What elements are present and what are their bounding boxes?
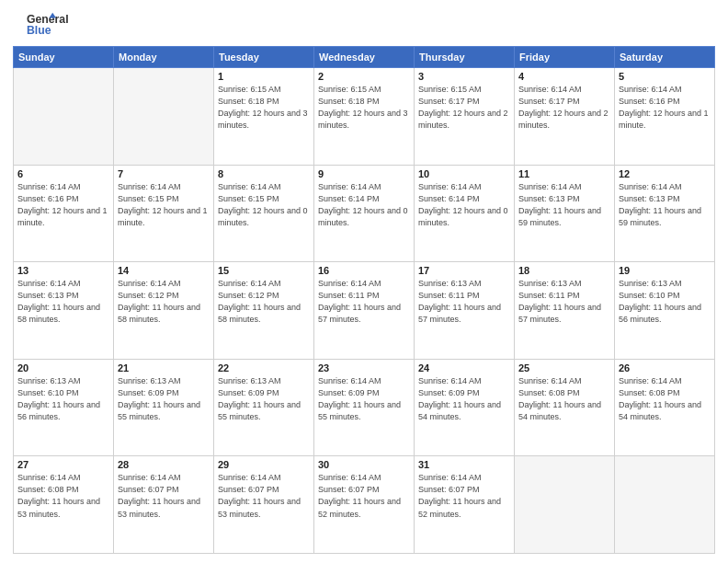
day-info: Sunrise: 6:14 AM Sunset: 6:17 PM Dayligh… [518, 84, 610, 132]
day-info: Sunrise: 6:13 AM Sunset: 6:10 PM Dayligh… [619, 278, 711, 326]
day-number: 11 [518, 168, 610, 179]
logo-icon: General Blue [13, 9, 68, 40]
day-number: 17 [418, 265, 510, 276]
day-info: Sunrise: 6:15 AM Sunset: 6:18 PM Dayligh… [318, 84, 410, 132]
day-info: Sunrise: 6:15 AM Sunset: 6:18 PM Dayligh… [218, 84, 310, 132]
day-info: Sunrise: 6:14 AM Sunset: 6:07 PM Dayligh… [418, 472, 510, 520]
day-number: 10 [418, 168, 510, 179]
day-info: Sunrise: 6:14 AM Sunset: 6:07 PM Dayligh… [318, 472, 410, 520]
header: General Blue [13, 9, 715, 40]
day-number: 14 [118, 265, 210, 276]
day-info: Sunrise: 6:14 AM Sunset: 6:09 PM Dayligh… [418, 375, 510, 423]
day-info: Sunrise: 6:15 AM Sunset: 6:17 PM Dayligh… [418, 84, 510, 132]
calendar-cell [114, 68, 214, 166]
calendar-cell: 5Sunrise: 6:14 AM Sunset: 6:16 PM Daylig… [615, 68, 715, 166]
calendar-cell: 2Sunrise: 6:15 AM Sunset: 6:18 PM Daylig… [314, 68, 415, 166]
day-number: 21 [118, 362, 210, 373]
calendar-cell: 26Sunrise: 6:14 AM Sunset: 6:08 PM Dayli… [615, 359, 715, 456]
day-number: 28 [118, 459, 210, 470]
calendar-cell: 11Sunrise: 6:14 AM Sunset: 6:13 PM Dayli… [515, 165, 615, 262]
calendar-cell: 12Sunrise: 6:14 AM Sunset: 6:13 PM Dayli… [615, 165, 715, 262]
day-number: 5 [619, 71, 711, 82]
day-info: Sunrise: 6:13 AM Sunset: 6:10 PM Dayligh… [17, 375, 109, 423]
week-row-5: 27Sunrise: 6:14 AM Sunset: 6:08 PM Dayli… [14, 456, 715, 554]
day-info: Sunrise: 6:13 AM Sunset: 6:11 PM Dayligh… [418, 278, 510, 326]
day-info: Sunrise: 6:14 AM Sunset: 6:16 PM Dayligh… [17, 181, 109, 229]
calendar-cell: 6Sunrise: 6:14 AM Sunset: 6:16 PM Daylig… [14, 165, 114, 262]
day-number: 30 [318, 459, 410, 470]
day-info: Sunrise: 6:14 AM Sunset: 6:11 PM Dayligh… [318, 278, 410, 326]
calendar-cell: 18Sunrise: 6:13 AM Sunset: 6:11 PM Dayli… [515, 262, 615, 360]
day-number: 13 [17, 265, 109, 276]
day-number: 31 [418, 459, 510, 470]
calendar-cell: 25Sunrise: 6:14 AM Sunset: 6:08 PM Dayli… [515, 359, 615, 456]
calendar-cell: 14Sunrise: 6:14 AM Sunset: 6:12 PM Dayli… [114, 262, 214, 360]
calendar-cell: 15Sunrise: 6:14 AM Sunset: 6:12 PM Dayli… [214, 262, 314, 360]
week-row-2: 6Sunrise: 6:14 AM Sunset: 6:16 PM Daylig… [14, 165, 715, 262]
calendar-cell: 23Sunrise: 6:14 AM Sunset: 6:09 PM Dayli… [314, 359, 415, 456]
day-info: Sunrise: 6:14 AM Sunset: 6:13 PM Dayligh… [17, 278, 109, 326]
calendar-cell: 22Sunrise: 6:13 AM Sunset: 6:09 PM Dayli… [214, 359, 314, 456]
day-info: Sunrise: 6:14 AM Sunset: 6:08 PM Dayligh… [17, 472, 109, 520]
calendar-cell [515, 456, 615, 554]
day-number: 20 [17, 362, 109, 373]
day-number: 24 [418, 362, 510, 373]
calendar-cell: 21Sunrise: 6:13 AM Sunset: 6:09 PM Dayli… [114, 359, 214, 456]
day-number: 9 [318, 168, 410, 179]
calendar-cell: 7Sunrise: 6:14 AM Sunset: 6:15 PM Daylig… [114, 165, 214, 262]
day-number: 26 [619, 362, 711, 373]
calendar-cell: 16Sunrise: 6:14 AM Sunset: 6:11 PM Dayli… [314, 262, 415, 360]
calendar-cell: 10Sunrise: 6:14 AM Sunset: 6:14 PM Dayli… [415, 165, 515, 262]
calendar-cell: 29Sunrise: 6:14 AM Sunset: 6:07 PM Dayli… [214, 456, 314, 554]
day-info: Sunrise: 6:13 AM Sunset: 6:11 PM Dayligh… [518, 278, 610, 326]
day-info: Sunrise: 6:14 AM Sunset: 6:16 PM Dayligh… [619, 84, 711, 132]
calendar-cell: 13Sunrise: 6:14 AM Sunset: 6:13 PM Dayli… [14, 262, 114, 360]
day-info: Sunrise: 6:14 AM Sunset: 6:07 PM Dayligh… [118, 472, 210, 520]
calendar-cell: 9Sunrise: 6:14 AM Sunset: 6:14 PM Daylig… [314, 165, 415, 262]
day-number: 8 [218, 168, 310, 179]
day-number: 4 [518, 71, 610, 82]
day-number: 7 [118, 168, 210, 179]
week-row-3: 13Sunrise: 6:14 AM Sunset: 6:13 PM Dayli… [14, 262, 715, 360]
week-row-1: 1Sunrise: 6:15 AM Sunset: 6:18 PM Daylig… [14, 68, 715, 166]
calendar-cell: 17Sunrise: 6:13 AM Sunset: 6:11 PM Dayli… [415, 262, 515, 360]
day-number: 15 [218, 265, 310, 276]
day-number: 23 [318, 362, 410, 373]
day-number: 19 [619, 265, 711, 276]
day-number: 1 [218, 71, 310, 82]
day-info: Sunrise: 6:14 AM Sunset: 6:13 PM Dayligh… [619, 181, 711, 229]
week-row-4: 20Sunrise: 6:13 AM Sunset: 6:10 PM Dayli… [14, 359, 715, 456]
day-number: 3 [418, 71, 510, 82]
day-number: 12 [619, 168, 711, 179]
calendar-cell: 19Sunrise: 6:13 AM Sunset: 6:10 PM Dayli… [615, 262, 715, 360]
logo: General Blue [13, 9, 68, 40]
calendar-cell: 4Sunrise: 6:14 AM Sunset: 6:17 PM Daylig… [515, 68, 615, 166]
calendar-cell: 24Sunrise: 6:14 AM Sunset: 6:09 PM Dayli… [415, 359, 515, 456]
page: General Blue SundayMondayTuesdayWednesda… [0, 0, 728, 563]
day-info: Sunrise: 6:14 AM Sunset: 6:12 PM Dayligh… [218, 278, 310, 326]
calendar-table: SundayMondayTuesdayWednesdayThursdayFrid… [13, 46, 715, 554]
day-info: Sunrise: 6:14 AM Sunset: 6:15 PM Dayligh… [218, 181, 310, 229]
day-number: 16 [318, 265, 410, 276]
calendar-cell [615, 456, 715, 554]
day-info: Sunrise: 6:14 AM Sunset: 6:15 PM Dayligh… [118, 181, 210, 229]
calendar-cell: 8Sunrise: 6:14 AM Sunset: 6:15 PM Daylig… [214, 165, 314, 262]
day-info: Sunrise: 6:14 AM Sunset: 6:07 PM Dayligh… [218, 472, 310, 520]
calendar-cell: 20Sunrise: 6:13 AM Sunset: 6:10 PM Dayli… [14, 359, 114, 456]
day-info: Sunrise: 6:13 AM Sunset: 6:09 PM Dayligh… [118, 375, 210, 423]
day-number: 22 [218, 362, 310, 373]
day-header-tuesday: Tuesday [214, 47, 314, 68]
calendar-cell: 30Sunrise: 6:14 AM Sunset: 6:07 PM Dayli… [314, 456, 415, 554]
day-header-saturday: Saturday [615, 47, 715, 68]
day-number: 27 [17, 459, 109, 470]
day-number: 25 [518, 362, 610, 373]
day-number: 29 [218, 459, 310, 470]
day-info: Sunrise: 6:14 AM Sunset: 6:14 PM Dayligh… [318, 181, 410, 229]
day-number: 18 [518, 265, 610, 276]
day-info: Sunrise: 6:14 AM Sunset: 6:14 PM Dayligh… [418, 181, 510, 229]
calendar-cell [14, 68, 114, 166]
day-header-friday: Friday [515, 47, 615, 68]
day-number: 2 [318, 71, 410, 82]
day-header-thursday: Thursday [415, 47, 515, 68]
day-header-monday: Monday [114, 47, 214, 68]
